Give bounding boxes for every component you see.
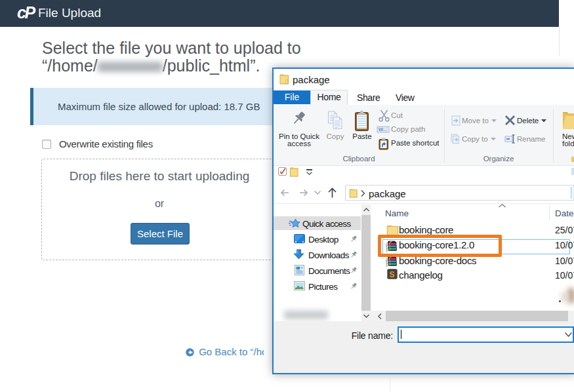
svg-text:S: S bbox=[390, 270, 395, 279]
svg-text:W...: W... bbox=[379, 127, 387, 132]
